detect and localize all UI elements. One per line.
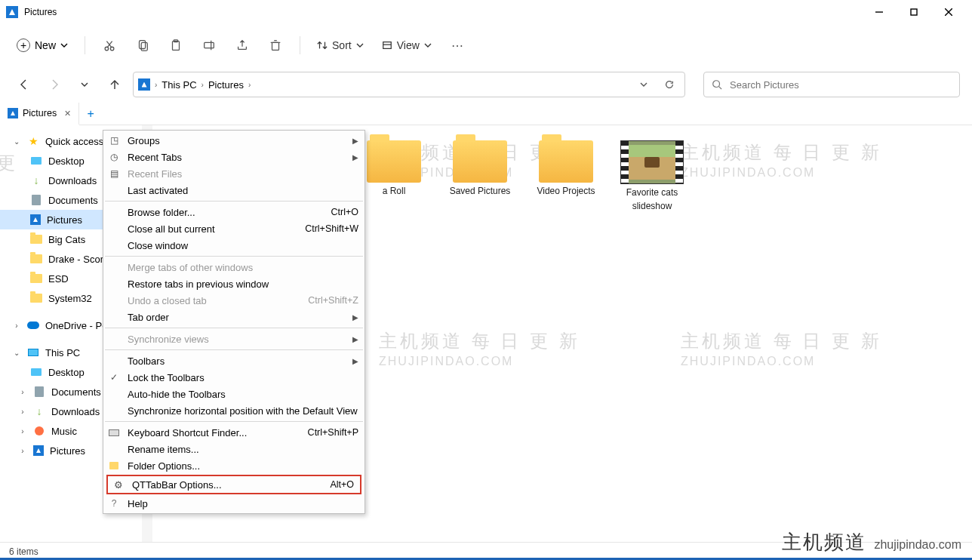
menu-close-window[interactable]: Close window [103, 237, 364, 254]
menu-toolbars[interactable]: Toolbars▶ [103, 352, 364, 369]
svg-rect-10 [173, 42, 180, 51]
expand-icon[interactable]: › [18, 388, 27, 396]
context-menu: ◳Groups▶ ◷Recent Tabs▶ ▤Recent Files Las… [103, 130, 365, 514]
menu-separator [105, 201, 363, 202]
menu-recent-tabs[interactable]: ◷Recent Tabs▶ [103, 149, 364, 165]
refresh-button[interactable] [659, 79, 680, 90]
menu-keyboard-shortcut-finder[interactable]: Keyboard Shortcut Finder...Ctrl+Shift+P [103, 424, 364, 441]
brand-en: zhujipindao.com [874, 538, 961, 552]
svg-line-23 [719, 87, 722, 90]
star-icon: ★ [27, 135, 39, 147]
onedrive-icon [27, 319, 39, 331]
downloads-icon: ↓ [33, 405, 45, 417]
view-label: View [397, 39, 420, 51]
pictures-icon [30, 214, 41, 225]
share-button[interactable] [227, 32, 257, 59]
tab-label: Pictures [23, 108, 57, 118]
cut-button[interactable] [94, 32, 125, 59]
folder-camera-roll[interactable]: a Roll [358, 140, 430, 211]
address-bar[interactable]: › This PC › Pictures › [133, 72, 685, 97]
chevron-down-icon [424, 43, 432, 48]
item-count: 6 items [9, 546, 38, 557]
breadcrumb-current[interactable]: Pictures [208, 79, 244, 91]
chevron-right-icon: › [155, 81, 157, 89]
menu-help[interactable]: Help [103, 495, 364, 512]
label: Documents [51, 386, 101, 398]
window-title: Pictures [24, 7, 57, 17]
address-dropdown[interactable] [633, 82, 654, 87]
expand-icon[interactable]: › [12, 322, 21, 330]
up-button[interactable] [103, 72, 127, 97]
more-button[interactable]: ⋯ [442, 32, 472, 59]
titlebar: Pictures [0, 0, 972, 24]
menu-separator [105, 349, 363, 350]
close-button[interactable] [931, 0, 966, 24]
menu-folder-options[interactable]: Folder Options... [103, 457, 364, 474]
desktop-icon [30, 366, 42, 378]
sort-button[interactable]: Sort [309, 35, 371, 56]
label: Pictures [47, 214, 82, 226]
tab-add-button[interactable]: + [79, 103, 102, 125]
back-button[interactable] [12, 72, 36, 97]
folder-video-projects[interactable]: Video Projects [530, 140, 602, 211]
menu-qttabbar-options[interactable]: QTTabBar Options...Alt+O [108, 476, 360, 493]
view-button[interactable]: View [374, 35, 439, 56]
tab-pictures[interactable]: Pictures ✕ [0, 103, 79, 125]
file-icon: ▤ [106, 168, 122, 179]
file-favorite-cats-slideshow[interactable]: Favorite catsslideshow [616, 140, 688, 211]
expand-icon[interactable]: › [18, 447, 27, 455]
menu-restore-tabs[interactable]: Restore tabs in previous window [103, 275, 364, 292]
collapse-icon[interactable]: ⌄ [12, 137, 21, 146]
menu-recent-files: ▤Recent Files [103, 165, 364, 182]
pc-icon [27, 346, 39, 358]
menu-close-all-but-current[interactable]: Close all but currentCtrl+Shift+W [103, 220, 364, 237]
delete-button[interactable] [260, 32, 291, 59]
sort-icon [317, 40, 328, 51]
label: Downloads [48, 175, 97, 186]
search-input[interactable] [728, 78, 952, 91]
maximize-button[interactable] [897, 0, 931, 24]
item-label: Favorite cats [626, 187, 678, 198]
label: Quick access [45, 136, 103, 147]
desktop-icon [30, 155, 42, 167]
expand-icon[interactable]: › [18, 408, 27, 416]
paste-button[interactable] [161, 32, 191, 59]
divider [300, 36, 300, 54]
forward-button[interactable] [42, 72, 66, 97]
video-thumb-icon [620, 140, 684, 184]
label: Downloads [51, 406, 100, 417]
address-row: › This PC › Pictures › [0, 66, 972, 103]
collapse-icon[interactable]: ⌄ [12, 349, 21, 357]
menu-tab-order[interactable]: Tab order▶ [103, 309, 364, 325]
folder-icon [453, 140, 507, 183]
label: Big Cats [48, 234, 85, 245]
brand-cn: 主机频道 [782, 529, 866, 555]
item-label: Saved Pictures [450, 186, 511, 196]
folder-saved-pictures[interactable]: Saved Pictures [444, 140, 516, 211]
menu-lock-toolbars[interactable]: Lock the Toolbars [103, 369, 364, 386]
folder-icon [30, 292, 42, 304]
watermark: 主机频道 每 日 更 新ZHUJIPINDAO.COM [379, 329, 580, 368]
check-icon [106, 372, 122, 383]
new-button[interactable]: + New [9, 34, 75, 57]
menu-sync-horizontal[interactable]: Synchronize horizontal position with the… [103, 402, 364, 419]
label: Pictures [50, 445, 85, 457]
help-icon [106, 498, 122, 509]
minimize-button[interactable] [862, 0, 897, 24]
menu-browse-folder[interactable]: Browse folder...Ctrl+O [103, 204, 364, 220]
recent-button[interactable] [72, 72, 97, 97]
expand-icon[interactable]: › [18, 427, 27, 435]
label: Desktop [48, 155, 85, 167]
breadcrumb-root[interactable]: This PC [161, 79, 196, 91]
tab-close-icon[interactable]: ✕ [64, 109, 71, 118]
menu-groups[interactable]: ◳Groups▶ [103, 132, 364, 149]
search-icon [712, 79, 722, 90]
menu-last-activated[interactable]: Last activated [103, 182, 364, 198]
rename-button[interactable] [194, 32, 224, 59]
clock-icon: ◷ [106, 152, 122, 162]
copy-button[interactable] [128, 32, 158, 59]
menu-rename-items[interactable]: Rename items... [103, 441, 364, 457]
menu-autohide-toolbars[interactable]: Auto-hide the Toolbars [103, 386, 364, 402]
search-box[interactable] [703, 72, 960, 97]
svg-line-7 [106, 42, 111, 48]
